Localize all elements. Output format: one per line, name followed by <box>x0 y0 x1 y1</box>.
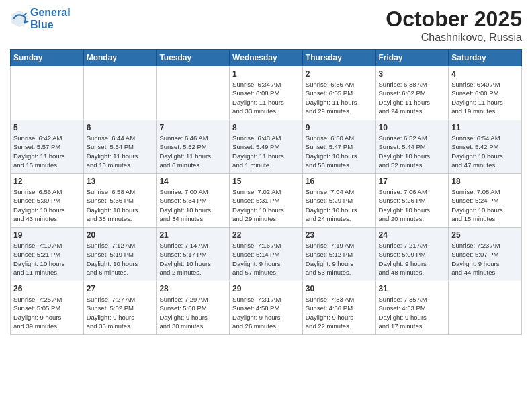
calendar-cell: 10Sunrise: 6:52 AM Sunset: 5:44 PM Dayli… <box>375 120 449 174</box>
day-number: 22 <box>232 230 300 240</box>
calendar-cell: 27Sunrise: 7:27 AM Sunset: 5:02 PM Dayli… <box>83 281 157 335</box>
day-info: Sunrise: 6:38 AM Sunset: 6:02 PM Dayligh… <box>379 80 446 116</box>
day-number: 14 <box>159 177 226 186</box>
day-number: 15 <box>232 177 300 186</box>
day-info: Sunrise: 6:36 AM Sunset: 6:05 PM Dayligh… <box>306 80 373 116</box>
calendar-cell <box>449 281 522 335</box>
day-number: 21 <box>159 230 226 240</box>
col-header-monday: Monday <box>83 50 157 66</box>
logo: General Blue <box>10 7 71 30</box>
calendar-cell: 16Sunrise: 7:04 AM Sunset: 5:29 PM Dayli… <box>302 174 375 228</box>
day-number: 26 <box>13 284 81 293</box>
day-info: Sunrise: 6:34 AM Sunset: 6:08 PM Dayligh… <box>232 80 300 116</box>
day-number: 8 <box>232 123 300 132</box>
calendar-cell: 22Sunrise: 7:16 AM Sunset: 5:14 PM Dayli… <box>230 228 303 281</box>
calendar-cell: 12Sunrise: 6:56 AM Sunset: 5:39 PM Dayli… <box>11 174 84 228</box>
day-info: Sunrise: 7:29 AM Sunset: 5:00 PM Dayligh… <box>159 295 226 330</box>
day-number: 28 <box>159 284 226 293</box>
week-row-2: 5Sunrise: 6:42 AM Sunset: 5:57 PM Daylig… <box>11 120 522 174</box>
logo-icon <box>10 9 29 28</box>
day-number: 12 <box>13 177 81 186</box>
location: Chashnikovo, Russia <box>386 32 522 44</box>
month-title: October 2025 <box>386 7 522 32</box>
calendar-cell: 25Sunrise: 7:23 AM Sunset: 5:07 PM Dayli… <box>449 228 522 281</box>
day-info: Sunrise: 7:31 AM Sunset: 4:58 PM Dayligh… <box>232 295 300 330</box>
day-info: Sunrise: 6:56 AM Sunset: 5:39 PM Dayligh… <box>13 187 81 223</box>
week-row-3: 12Sunrise: 6:56 AM Sunset: 5:39 PM Dayli… <box>11 174 522 228</box>
day-number: 7 <box>159 123 226 132</box>
week-row-5: 26Sunrise: 7:25 AM Sunset: 5:05 PM Dayli… <box>11 281 522 335</box>
col-header-sunday: Sunday <box>11 50 84 66</box>
col-header-tuesday: Tuesday <box>157 50 230 66</box>
day-number: 11 <box>451 123 519 132</box>
calendar-cell: 31Sunrise: 7:35 AM Sunset: 4:53 PM Dayli… <box>375 281 449 335</box>
day-number: 5 <box>13 123 81 132</box>
title-block: October 2025 Chashnikovo, Russia <box>386 7 522 44</box>
calendar-cell: 1Sunrise: 6:34 AM Sunset: 6:08 PM Daylig… <box>230 66 303 120</box>
calendar-cell: 28Sunrise: 7:29 AM Sunset: 5:00 PM Dayli… <box>157 281 230 335</box>
calendar-cell: 26Sunrise: 7:25 AM Sunset: 5:05 PM Dayli… <box>11 281 84 335</box>
day-info: Sunrise: 7:00 AM Sunset: 5:34 PM Dayligh… <box>159 187 226 223</box>
day-info: Sunrise: 6:50 AM Sunset: 5:47 PM Dayligh… <box>306 134 373 169</box>
day-info: Sunrise: 6:40 AM Sunset: 6:00 PM Dayligh… <box>451 80 519 116</box>
calendar-cell <box>11 66 84 120</box>
day-info: Sunrise: 7:33 AM Sunset: 4:56 PM Dayligh… <box>306 295 373 330</box>
calendar-cell <box>157 66 230 120</box>
day-number: 18 <box>451 177 519 186</box>
calendar-cell: 21Sunrise: 7:14 AM Sunset: 5:17 PM Dayli… <box>157 228 230 281</box>
day-info: Sunrise: 7:10 AM Sunset: 5:21 PM Dayligh… <box>13 241 81 277</box>
day-info: Sunrise: 7:14 AM Sunset: 5:17 PM Dayligh… <box>159 241 226 277</box>
day-number: 19 <box>13 230 81 240</box>
day-number: 30 <box>306 284 373 293</box>
day-number: 4 <box>451 69 519 79</box>
day-info: Sunrise: 6:52 AM Sunset: 5:44 PM Dayligh… <box>379 134 446 169</box>
day-number: 25 <box>451 230 519 240</box>
day-number: 29 <box>232 284 300 293</box>
day-number: 1 <box>232 69 300 79</box>
day-info: Sunrise: 7:12 AM Sunset: 5:19 PM Dayligh… <box>87 241 154 277</box>
day-info: Sunrise: 7:35 AM Sunset: 4:53 PM Dayligh… <box>379 295 446 330</box>
col-header-wednesday: Wednesday <box>230 50 303 66</box>
day-number: 24 <box>379 230 446 240</box>
calendar-cell: 14Sunrise: 7:00 AM Sunset: 5:34 PM Dayli… <box>157 174 230 228</box>
col-header-saturday: Saturday <box>449 50 522 66</box>
calendar-cell: 19Sunrise: 7:10 AM Sunset: 5:21 PM Dayli… <box>11 228 84 281</box>
day-info: Sunrise: 6:54 AM Sunset: 5:42 PM Dayligh… <box>451 134 519 169</box>
calendar-cell: 20Sunrise: 7:12 AM Sunset: 5:19 PM Dayli… <box>83 228 157 281</box>
day-info: Sunrise: 7:23 AM Sunset: 5:07 PM Dayligh… <box>451 241 519 277</box>
day-info: Sunrise: 6:44 AM Sunset: 5:54 PM Dayligh… <box>87 134 154 169</box>
day-number: 2 <box>306 69 373 79</box>
calendar-cell: 2Sunrise: 6:36 AM Sunset: 6:05 PM Daylig… <box>302 66 375 120</box>
day-number: 9 <box>306 123 373 132</box>
day-number: 23 <box>306 230 373 240</box>
day-info: Sunrise: 6:46 AM Sunset: 5:52 PM Dayligh… <box>159 134 226 169</box>
calendar-cell: 11Sunrise: 6:54 AM Sunset: 5:42 PM Dayli… <box>449 120 522 174</box>
day-number: 10 <box>379 123 446 132</box>
day-info: Sunrise: 7:06 AM Sunset: 5:26 PM Dayligh… <box>379 187 446 223</box>
day-number: 27 <box>87 284 154 293</box>
day-info: Sunrise: 6:42 AM Sunset: 5:57 PM Dayligh… <box>13 134 81 169</box>
calendar-cell: 24Sunrise: 7:21 AM Sunset: 5:09 PM Dayli… <box>375 228 449 281</box>
week-row-1: 1Sunrise: 6:34 AM Sunset: 6:08 PM Daylig… <box>11 66 522 120</box>
calendar-cell: 6Sunrise: 6:44 AM Sunset: 5:54 PM Daylig… <box>83 120 157 174</box>
day-number: 31 <box>379 284 446 293</box>
calendar-cell: 17Sunrise: 7:06 AM Sunset: 5:26 PM Dayli… <box>375 174 449 228</box>
day-info: Sunrise: 7:16 AM Sunset: 5:14 PM Dayligh… <box>232 241 300 277</box>
day-number: 20 <box>87 230 154 240</box>
day-info: Sunrise: 7:27 AM Sunset: 5:02 PM Dayligh… <box>87 295 154 330</box>
calendar-cell: 23Sunrise: 7:19 AM Sunset: 5:12 PM Dayli… <box>302 228 375 281</box>
calendar-cell: 8Sunrise: 6:48 AM Sunset: 5:49 PM Daylig… <box>230 120 303 174</box>
day-info: Sunrise: 7:25 AM Sunset: 5:05 PM Dayligh… <box>13 295 81 330</box>
calendar-table: SundayMondayTuesdayWednesdayThursdayFrid… <box>10 49 522 335</box>
week-row-4: 19Sunrise: 7:10 AM Sunset: 5:21 PM Dayli… <box>11 228 522 281</box>
header-row: SundayMondayTuesdayWednesdayThursdayFrid… <box>11 50 522 66</box>
day-number: 16 <box>306 177 373 186</box>
day-number: 17 <box>379 177 446 186</box>
day-info: Sunrise: 6:58 AM Sunset: 5:36 PM Dayligh… <box>87 187 154 223</box>
calendar-cell: 5Sunrise: 6:42 AM Sunset: 5:57 PM Daylig… <box>11 120 84 174</box>
calendar-cell: 4Sunrise: 6:40 AM Sunset: 6:00 PM Daylig… <box>449 66 522 120</box>
calendar-cell: 15Sunrise: 7:02 AM Sunset: 5:31 PM Dayli… <box>230 174 303 228</box>
day-number: 3 <box>379 69 446 79</box>
calendar-cell: 18Sunrise: 7:08 AM Sunset: 5:24 PM Dayli… <box>449 174 522 228</box>
col-header-thursday: Thursday <box>302 50 375 66</box>
